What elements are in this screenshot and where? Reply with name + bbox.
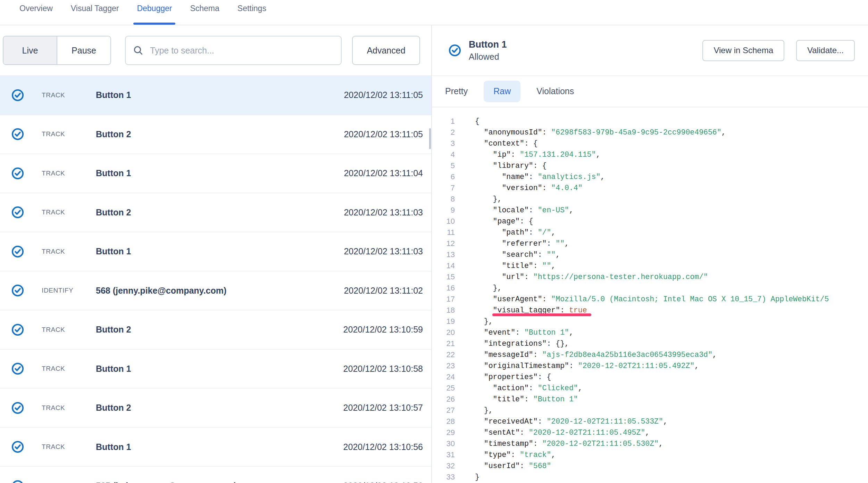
detail-tab-label: Pretty — [445, 86, 468, 96]
event-timestamp: 2020/12/02 13:10:57 — [343, 403, 423, 413]
tab-pretty[interactable]: Pretty — [445, 81, 468, 102]
nav-tab-label: Overview — [19, 4, 53, 13]
event-timestamp: 2020/12/02 13:10:56 — [343, 481, 423, 483]
pause-button[interactable]: Pause — [57, 36, 110, 64]
code-text: "context": { — [455, 138, 538, 149]
code-text: "library": { — [455, 160, 546, 171]
event-type-label: TRACK — [42, 91, 96, 99]
line-number: 16 — [432, 283, 455, 294]
event-row[interactable]: TRACK Button 1 2020/12/02 13:11:05 — [0, 76, 431, 115]
code-line: 8 }, — [432, 194, 868, 205]
code-line: 33 } — [432, 472, 868, 483]
code-line: 28 "receivedAt": "2020-12-02T21:11:05.53… — [432, 416, 868, 427]
event-name: Button 2 — [96, 403, 343, 413]
event-name: 568 (jenny.pike@company.com) — [96, 286, 344, 296]
event-type-label: TRACK — [42, 365, 96, 373]
event-row[interactable]: IDENTIFY 568 (jenny.pike@company.com) 20… — [0, 271, 431, 311]
top-nav: OverviewVisual TaggerDebuggerSchemaSetti… — [0, 0, 868, 25]
line-number: 7 — [432, 182, 455, 194]
line-number: 12 — [432, 238, 455, 249]
line-number: 14 — [432, 260, 455, 271]
event-row[interactable]: TRACK Button 2 2020/12/02 13:10:59 — [0, 310, 431, 350]
event-row[interactable]: IDENTIFY 565 (hal.sturgeon@company.com) … — [0, 467, 431, 483]
code-line: 9 "locale": "en-US", — [432, 205, 868, 216]
event-row[interactable]: TRACK Button 2 2020/12/02 13:11:05 — [0, 115, 431, 154]
tab-violations[interactable]: Violations — [536, 81, 574, 102]
event-detail-header: Button 1 Allowed View in SchemaValidate.… — [432, 25, 868, 76]
nav-tab-debugger[interactable]: Debugger — [137, 4, 172, 25]
check-circle-icon — [11, 324, 24, 336]
line-number: 2 — [432, 127, 455, 138]
event-list-scrollbar[interactable] — [429, 128, 431, 149]
line-number: 8 — [432, 194, 455, 205]
raw-json-viewer: 1 { 2 "anonymousId": "6298f583-979b-45a9… — [432, 107, 868, 483]
line-number: 21 — [432, 338, 455, 349]
search-box[interactable] — [125, 36, 342, 65]
code-line: 1 { — [432, 116, 868, 127]
event-row[interactable]: TRACK Button 2 2020/12/02 13:11:03 — [0, 193, 431, 232]
event-timestamp: 2020/12/02 13:11:04 — [344, 168, 423, 178]
code-text: "referrer": "", — [455, 238, 569, 249]
event-detail-titles: Button 1 Allowed — [469, 38, 507, 63]
event-row[interactable]: TRACK Button 1 2020/12/02 13:11:03 — [0, 232, 431, 271]
code-text: "originalTimestamp": "2020-12-02T21:11:0… — [455, 360, 699, 371]
event-row[interactable]: TRACK Button 1 2020/12/02 13:10:58 — [0, 350, 431, 389]
line-number: 10 — [432, 216, 455, 227]
line-number: 6 — [432, 171, 455, 182]
code-text: "messageId": "ajs-f2db8ea4a25b116e3ac065… — [455, 349, 717, 360]
live-button[interactable]: Live — [3, 36, 57, 64]
line-number: 19 — [432, 316, 455, 327]
code-text: "visual_tagger": true — [455, 305, 587, 316]
check-circle-icon — [11, 362, 24, 375]
code-text: "search": "", — [455, 249, 560, 260]
code-text: "ip": "157.131.204.115", — [455, 149, 600, 160]
nav-tab-settings[interactable]: Settings — [237, 4, 266, 25]
line-number: 23 — [432, 360, 455, 371]
line-number: 25 — [432, 383, 455, 394]
event-row[interactable]: TRACK Button 2 2020/12/02 13:10:57 — [0, 388, 431, 428]
code-line: 15 "url": "https://persona-tester.heroku… — [432, 271, 868, 283]
code-line: 18 "visual_tagger": true — [432, 305, 868, 316]
event-type-label: TRACK — [42, 443, 96, 451]
code-text: "integrations": {}, — [455, 338, 569, 349]
event-row[interactable]: TRACK Button 1 2020/12/02 13:10:56 — [0, 428, 431, 467]
event-name: 565 (hal.sturgeon@company.com) — [96, 481, 343, 483]
code-line: 27 }, — [432, 405, 868, 416]
line-number: 4 — [432, 149, 455, 160]
line-number: 26 — [432, 394, 455, 405]
code-line: 5 "library": { — [432, 160, 868, 171]
search-input[interactable] — [150, 46, 334, 56]
code-line: 17 "userAgent": "Mozilla/5.0 (Macintosh;… — [432, 294, 868, 305]
event-type-label: TRACK — [42, 130, 96, 138]
nav-tab-visual-tagger[interactable]: Visual Tagger — [71, 4, 119, 25]
nav-tab-overview[interactable]: Overview — [19, 4, 53, 25]
validate-button[interactable]: Validate... — [796, 40, 855, 61]
nav-tab-label: Visual Tagger — [71, 4, 119, 13]
code-line: 31 "type": "track", — [432, 449, 868, 460]
code-line: 7 "version": "4.0.4" — [432, 182, 868, 194]
line-number: 27 — [432, 405, 455, 416]
code-line: 11 "path": "/", — [432, 227, 868, 238]
code-line: 25 "action": "Clicked", — [432, 383, 868, 394]
view-in-schema-button[interactable]: View in Schema — [702, 40, 784, 61]
event-name: Button 2 — [96, 129, 344, 139]
advanced-button[interactable]: Advanced — [352, 36, 420, 65]
nav-tab-label: Debugger — [137, 4, 172, 13]
event-timestamp: 2020/12/02 13:10:58 — [343, 364, 423, 374]
violation-underline: "visual_tagger": true — [493, 306, 587, 314]
line-number: 5 — [432, 160, 455, 171]
code-line: 13 "search": "", — [432, 249, 868, 260]
check-circle-icon — [11, 206, 24, 219]
event-timestamp: 2020/12/02 13:11:02 — [344, 286, 423, 296]
nav-tab-schema[interactable]: Schema — [190, 4, 219, 25]
code-text: "title": "Button 1" — [455, 394, 578, 405]
event-name: Button 2 — [96, 325, 343, 335]
detail-tab-label: Raw — [493, 86, 511, 96]
event-name: Button 2 — [96, 207, 344, 218]
event-type-label: TRACK — [42, 170, 96, 177]
code-line: 30 "timestamp": "2020-12-02T21:11:05.530… — [432, 438, 868, 449]
event-timestamp: 2020/12/02 13:10:59 — [343, 325, 423, 335]
line-number: 32 — [432, 460, 455, 472]
tab-raw[interactable]: Raw — [484, 81, 520, 102]
event-row[interactable]: TRACK Button 1 2020/12/02 13:11:04 — [0, 154, 431, 193]
